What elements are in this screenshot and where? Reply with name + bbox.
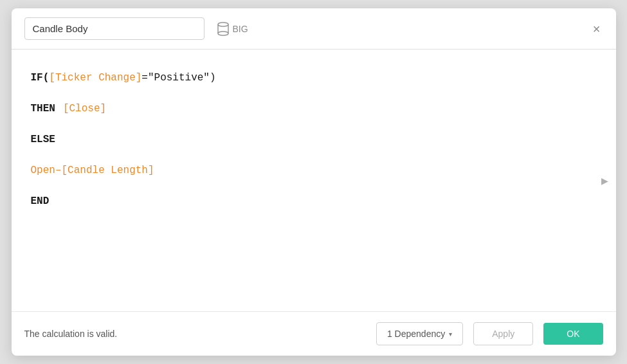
dependency-button[interactable]: 1 Dependency ▾ (376, 322, 463, 345)
kw-end: END (31, 191, 50, 212)
formula-title-input[interactable] (24, 17, 204, 40)
formula-dialog: BIG × IF([Ticker Change] = "Positive") T… (12, 8, 616, 356)
op-minus: – (55, 160, 62, 181)
svg-point-3 (218, 32, 228, 35)
ok-button[interactable]: OK (543, 323, 603, 345)
close-button[interactable]: × (590, 20, 603, 38)
var-candle-length: [Candle Length] (62, 160, 154, 181)
op-equals: = (141, 68, 148, 88)
status-text: The calculation is valid. (24, 329, 118, 339)
var-open: Open (31, 160, 55, 181)
cylinder-icon (217, 22, 229, 36)
apply-button[interactable]: Apply (473, 322, 533, 345)
right-arrow-icon: ▶ (601, 176, 608, 186)
dependency-label: 1 Dependency (387, 329, 445, 339)
big-label: BIG (233, 24, 248, 34)
paren-close: ) (210, 68, 216, 88)
str-positive: "Positive" (148, 68, 210, 88)
svg-point-0 (218, 23, 228, 26)
close-icon: × (593, 22, 601, 36)
code-line-end: END (31, 191, 597, 212)
kw-if: IF( (31, 68, 50, 88)
code-area: IF([Ticker Change] = "Positive") THEN[Cl… (31, 68, 597, 212)
code-line-else: ELSE (31, 129, 597, 150)
code-line-then: THEN[Close] (31, 98, 597, 119)
kw-then: THEN (31, 98, 55, 119)
dialog-header: BIG × (12, 8, 616, 50)
big-badge: BIG (217, 22, 248, 36)
var-ticker-change: [Ticker Change] (49, 68, 141, 88)
var-close: [Close] (63, 98, 106, 119)
dialog-footer: The calculation is valid. 1 Dependency ▾… (12, 311, 616, 356)
code-line-expr: Open – [Candle Length] (31, 160, 597, 181)
kw-else: ELSE (31, 129, 55, 150)
code-line-if: IF([Ticker Change] = "Positive") (31, 68, 597, 88)
chevron-down-icon: ▾ (449, 331, 452, 338)
dialog-body: IF([Ticker Change] = "Positive") THEN[Cl… (12, 50, 616, 311)
